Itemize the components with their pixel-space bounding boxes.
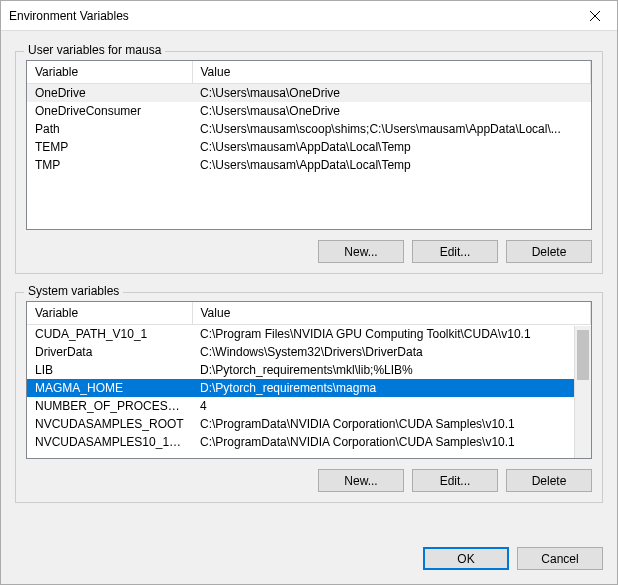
cell-variable: TMP: [27, 156, 192, 174]
col-header-variable[interactable]: Variable: [27, 61, 192, 84]
user-variables-table[interactable]: Variable Value OneDrive C:\Users\mausa\O…: [27, 61, 591, 174]
table-row[interactable]: TMP C:\Users\mausam\AppData\Local\Temp: [27, 156, 591, 174]
cell-value: C:\Users\mausa\OneDrive: [192, 102, 591, 120]
table-row[interactable]: TEMP C:\Users\mausam\AppData\Local\Temp: [27, 138, 591, 156]
cell-value: 4: [192, 397, 591, 415]
cell-value: C:\ProgramData\NVIDIA Corporation\CUDA S…: [192, 415, 591, 433]
titlebar: Environment Variables: [1, 1, 617, 31]
table-row[interactable]: DriverData C:\Windows\System32\Drivers\D…: [27, 343, 591, 361]
col-header-value[interactable]: Value: [192, 302, 591, 325]
table-header-row: Variable Value: [27, 61, 591, 84]
system-buttons-row: New... Edit... Delete: [26, 469, 592, 492]
user-variables-group: User variables for mausa Variable Value …: [15, 51, 603, 274]
system-variables-group: System variables Variable Value CUDA_PAT…: [15, 292, 603, 503]
ok-button[interactable]: OK: [423, 547, 509, 570]
system-variables-table[interactable]: Variable Value CUDA_PATH_V10_1 C:\Progra…: [27, 302, 591, 451]
col-header-value[interactable]: Value: [192, 61, 591, 84]
table-row[interactable]: OneDrive C:\Users\mausa\OneDrive: [27, 84, 591, 103]
table-row[interactable]: LIB D:\Pytorch_requirements\mkl\lib;%LIB…: [27, 361, 591, 379]
cell-value: C:\Windows\System32\Drivers\DriverData: [192, 343, 591, 361]
user-variables-table-wrap: Variable Value OneDrive C:\Users\mausa\O…: [26, 60, 592, 230]
cell-variable: NVCUDASAMPLES10_1_ROOT: [27, 433, 192, 451]
cell-value: D:\Pytorch_requirements\mkl\lib;%LIB%: [192, 361, 591, 379]
dialog-footer: OK Cancel: [1, 539, 617, 584]
cell-value: C:\Users\mausa\OneDrive: [192, 84, 591, 103]
col-header-variable[interactable]: Variable: [27, 302, 192, 325]
cell-variable: DriverData: [27, 343, 192, 361]
cell-value: C:\Users\mausam\scoop\shims;C:\Users\mau…: [192, 120, 591, 138]
user-new-button[interactable]: New...: [318, 240, 404, 263]
system-table-scrollbar[interactable]: [574, 326, 591, 458]
close-button[interactable]: [572, 1, 617, 31]
window-title: Environment Variables: [9, 9, 129, 23]
table-row[interactable]: CUDA_PATH_V10_1 C:\Program Files\NVIDIA …: [27, 325, 591, 344]
cell-variable: LIB: [27, 361, 192, 379]
system-delete-button[interactable]: Delete: [506, 469, 592, 492]
table-row[interactable]: NVCUDASAMPLES10_1_ROOT C:\ProgramData\NV…: [27, 433, 591, 451]
cell-variable: OneDriveConsumer: [27, 102, 192, 120]
scrollbar-thumb[interactable]: [577, 330, 589, 380]
cell-variable: TEMP: [27, 138, 192, 156]
system-variables-table-wrap: Variable Value CUDA_PATH_V10_1 C:\Progra…: [26, 301, 592, 459]
table-row[interactable]: Path C:\Users\mausam\scoop\shims;C:\User…: [27, 120, 591, 138]
cell-variable: OneDrive: [27, 84, 192, 103]
user-delete-button[interactable]: Delete: [506, 240, 592, 263]
cell-value: C:\Users\mausam\AppData\Local\Temp: [192, 156, 591, 174]
cell-variable: MAGMA_HOME: [27, 379, 192, 397]
system-edit-button[interactable]: Edit...: [412, 469, 498, 492]
cell-variable: CUDA_PATH_V10_1: [27, 325, 192, 344]
cell-value: C:\Program Files\NVIDIA GPU Computing To…: [192, 325, 591, 344]
table-row[interactable]: NVCUDASAMPLES_ROOT C:\ProgramData\NVIDIA…: [27, 415, 591, 433]
user-group-label: User variables for mausa: [24, 43, 165, 57]
system-new-button[interactable]: New...: [318, 469, 404, 492]
content-area: User variables for mausa Variable Value …: [1, 31, 617, 539]
cancel-button[interactable]: Cancel: [517, 547, 603, 570]
table-row[interactable]: NUMBER_OF_PROCESSORS 4: [27, 397, 591, 415]
system-group-label: System variables: [24, 284, 123, 298]
close-icon: [590, 11, 600, 21]
table-row[interactable]: MAGMA_HOME D:\Pytorch_requirements\magma: [27, 379, 591, 397]
user-edit-button[interactable]: Edit...: [412, 240, 498, 263]
env-vars-dialog: Environment Variables User variables for…: [0, 0, 618, 585]
table-header-row: Variable Value: [27, 302, 591, 325]
cell-variable: Path: [27, 120, 192, 138]
cell-variable: NVCUDASAMPLES_ROOT: [27, 415, 192, 433]
cell-variable: NUMBER_OF_PROCESSORS: [27, 397, 192, 415]
table-row[interactable]: OneDriveConsumer C:\Users\mausa\OneDrive: [27, 102, 591, 120]
user-buttons-row: New... Edit... Delete: [26, 240, 592, 263]
cell-value: C:\ProgramData\NVIDIA Corporation\CUDA S…: [192, 433, 591, 451]
cell-value: C:\Users\mausam\AppData\Local\Temp: [192, 138, 591, 156]
cell-value: D:\Pytorch_requirements\magma: [192, 379, 591, 397]
